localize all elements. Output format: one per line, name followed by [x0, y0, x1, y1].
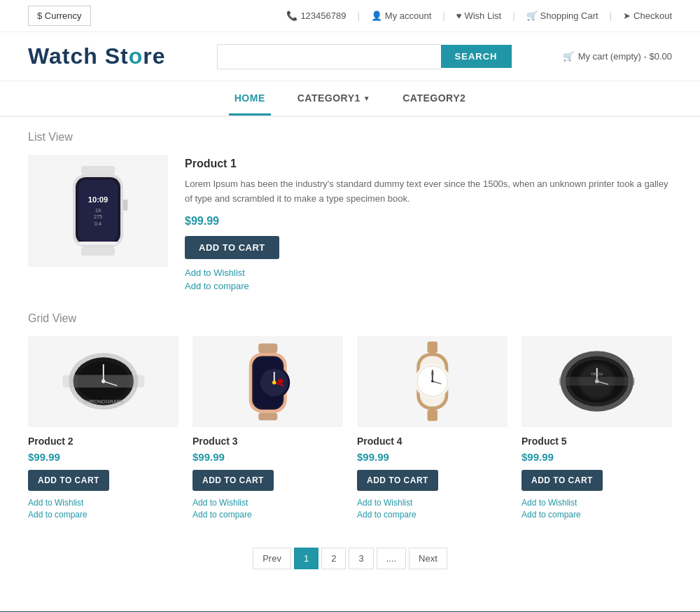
svg-rect-0	[81, 166, 115, 174]
pagination-page-3-button[interactable]: 3	[349, 548, 373, 569]
main-content: List View 10:09 19 275 0.4	[0, 117, 700, 611]
svg-text:10:09: 10:09	[88, 195, 108, 204]
grid-add-to-cart-button-3[interactable]: ADD TO CART	[192, 470, 274, 491]
pagination-next-button[interactable]: Next	[409, 548, 447, 569]
svg-rect-10	[78, 242, 118, 245]
phone-link[interactable]: 📞 123456789	[286, 11, 346, 21]
logo: Watch Store	[28, 43, 166, 69]
grid-product-price-4: $99.99	[357, 451, 507, 463]
grid-view-label: Grid View	[28, 312, 672, 325]
grid-compare-link-3[interactable]: Add to compare	[192, 510, 343, 520]
pagination: Prev 1 2 3 .... Next	[28, 548, 672, 569]
svg-rect-17	[62, 375, 144, 388]
grid-compare-link-4[interactable]: Add to compare	[357, 510, 507, 520]
svg-text:0.4: 0.4	[94, 221, 102, 227]
svg-rect-19	[258, 344, 277, 354]
list-product-item: 10:09 19 275 0.4 Product 1 Lorem Ipsum h…	[28, 155, 672, 291]
grid-add-to-cart-button-4[interactable]: ADD TO CART	[357, 470, 438, 491]
grid-compare-link-5[interactable]: Add to compare	[522, 510, 672, 520]
svg-text:CHRONOGRAPH: CHRONOGRAPH	[83, 398, 124, 405]
list-add-to-compare-link[interactable]: Add to compare	[185, 281, 672, 291]
pagination-ellipsis: ....	[377, 548, 406, 569]
top-bar: $ Currency 📞 123456789 | 👤 My account | …	[0, 0, 700, 32]
grid-product-image-4: H	[357, 336, 507, 427]
svg-rect-8	[81, 247, 115, 256]
product4-image-svg: H	[365, 340, 500, 422]
svg-text:OMEGA: OMEGA	[591, 373, 603, 376]
product3-image-svg	[200, 340, 336, 422]
grid-product-item-4: H Product 4 $99.99 ADD TO CART Add to Wi…	[357, 336, 507, 520]
grid-product-title-5: Product 5	[522, 436, 672, 447]
pagination-page-1-button[interactable]: 1	[294, 548, 318, 569]
grid-product-title-4: Product 4	[357, 436, 507, 447]
grid-add-to-cart-button-2[interactable]: ADD TO CART	[28, 470, 109, 491]
search-input[interactable]	[217, 44, 441, 69]
svg-point-38	[431, 380, 434, 383]
list-add-to-cart-button[interactable]: ADD TO CART	[185, 236, 279, 259]
list-product-links: Add to Wishlist Add to compare	[185, 267, 672, 291]
grid-wishlist-link-5[interactable]: Add to Wishlist	[522, 498, 672, 508]
grid-product-links-2: Add to Wishlist Add to compare	[28, 498, 178, 520]
cart-icon: 🛒	[526, 11, 538, 21]
shopping-cart-link[interactable]: 🛒 Shopping Cart	[526, 11, 598, 21]
grid-product-price-3: $99.99	[192, 451, 343, 463]
grid-add-to-cart-button-5[interactable]: ADD TO CART	[522, 470, 603, 491]
svg-text:19: 19	[95, 207, 101, 214]
nav-category2[interactable]: CATEGORY2	[397, 81, 471, 116]
svg-point-28	[278, 379, 283, 384]
grid-product-links-3: Add to Wishlist Add to compare	[192, 498, 343, 520]
chevron-down-icon: ▼	[363, 95, 370, 102]
cart-icon: 🛒	[563, 51, 574, 62]
pagination-prev-button[interactable]: Prev	[253, 548, 291, 569]
grid-product-links-5: Add to Wishlist Add to compare	[522, 498, 672, 520]
grid-product-item-5: OMEGA Product 5 $99.99 ADD TO CART Add t…	[522, 336, 672, 520]
grid-view-container: CHRONOGRAPH Product 2 $99.99 ADD TO CART…	[28, 336, 672, 520]
header: Watch Store SEARCH 🛒 My cart (empty) - $…	[0, 32, 700, 81]
top-nav: 📞 123456789 | 👤 My account | ♥ Wish List…	[286, 11, 672, 21]
main-nav: HOME CATEGORY1 ▼ CATEGORY2	[0, 81, 700, 117]
grid-compare-link-2[interactable]: Add to compare	[28, 510, 178, 520]
grid-wishlist-link-2[interactable]: Add to Wishlist	[28, 498, 178, 508]
svg-rect-29	[258, 413, 277, 421]
grid-product-item-3: Product 3 $99.99 ADD TO CART Add to Wish…	[192, 336, 343, 520]
wish-list-link[interactable]: ♥ Wish List	[456, 11, 501, 21]
grid-wishlist-link-4[interactable]: Add to Wishlist	[357, 498, 507, 508]
svg-rect-30	[427, 342, 437, 353]
grid-wishlist-link-3[interactable]: Add to Wishlist	[192, 498, 343, 508]
search-button[interactable]: SEARCH	[441, 45, 512, 68]
currency-button[interactable]: $ Currency	[28, 6, 91, 26]
grid-product-image-5: OMEGA	[522, 336, 672, 427]
pagination-page-2-button[interactable]: 2	[321, 548, 346, 569]
list-product-info: Product 1 Lorem Ipsum has been the indus…	[185, 155, 672, 291]
grid-product-item-2: CHRONOGRAPH Product 2 $99.99 ADD TO CART…	[28, 336, 178, 520]
grid-product-image-3	[192, 336, 343, 427]
my-account-link[interactable]: 👤 My account	[371, 11, 431, 21]
nav-category1[interactable]: CATEGORY1 ▼	[292, 81, 376, 116]
svg-point-27	[272, 381, 276, 384]
list-product-title: Product 1	[185, 158, 672, 170]
svg-rect-49	[559, 377, 635, 386]
list-view-section: List View 10:09 19 275 0.4	[28, 131, 672, 291]
checkout-link[interactable]: ➤ Checkout	[623, 11, 672, 21]
grid-product-image-2: CHRONOGRAPH	[28, 336, 178, 427]
list-product-price: $99.99	[185, 215, 672, 228]
list-product-desc: Lorem Ipsum has been the industry's stan…	[185, 177, 672, 207]
svg-text:275: 275	[94, 214, 102, 220]
grid-product-links-4: Add to Wishlist Add to compare	[357, 498, 507, 520]
product1-image-svg: 10:09 19 275 0.4	[35, 160, 161, 261]
list-product-image: 10:09 19 275 0.4	[28, 155, 168, 267]
checkout-icon: ➤	[623, 11, 631, 21]
search-bar: SEARCH	[217, 44, 512, 69]
grid-product-title-3: Product 3	[192, 436, 343, 447]
product5-image-svg: OMEGA	[529, 340, 665, 422]
list-view-label: List View	[28, 131, 672, 144]
phone-icon: 📞	[286, 11, 298, 21]
heart-icon: ♥	[456, 11, 462, 21]
list-add-to-wishlist-link[interactable]: Add to Wishlist	[185, 267, 672, 278]
grid-product-title-2: Product 2	[28, 436, 178, 447]
cart-area[interactable]: 🛒 My cart (empty) - $0.00	[563, 51, 672, 62]
grid-product-price-2: $99.99	[28, 451, 178, 463]
svg-rect-39	[427, 410, 437, 421]
nav-home[interactable]: HOME	[229, 81, 271, 116]
svg-rect-9	[123, 200, 127, 211]
